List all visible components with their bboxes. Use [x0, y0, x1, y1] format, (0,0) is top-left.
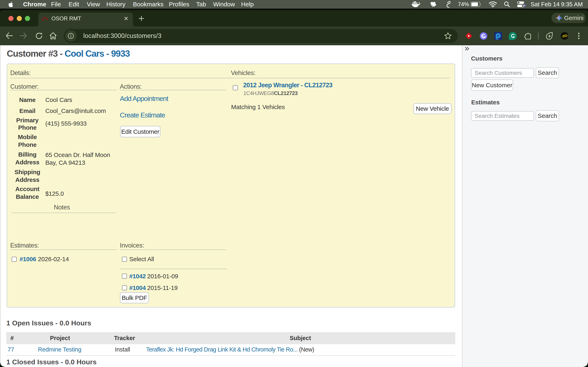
svg-text:Barretto: Barretto [563, 35, 568, 37]
